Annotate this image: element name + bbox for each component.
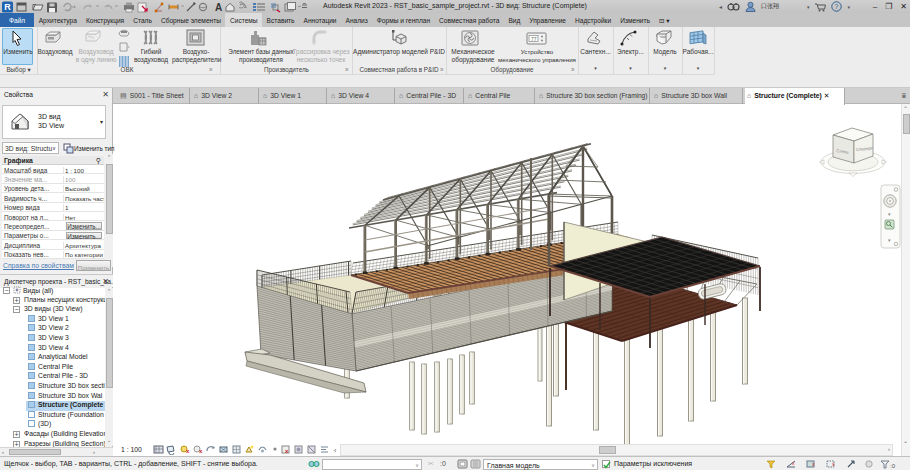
svg-text:x: x <box>186 448 190 454</box>
svg-text:x: x <box>812 461 815 467</box>
svg-text:‹: ‹ <box>334 447 337 454</box>
svg-text::0: :0 <box>890 463 896 469</box>
svg-text:x: x <box>199 448 203 454</box>
svg-text:x: x <box>832 461 835 467</box>
svg-text:?: ? <box>835 3 839 10</box>
svg-text:77: 77 <box>531 36 537 42</box>
